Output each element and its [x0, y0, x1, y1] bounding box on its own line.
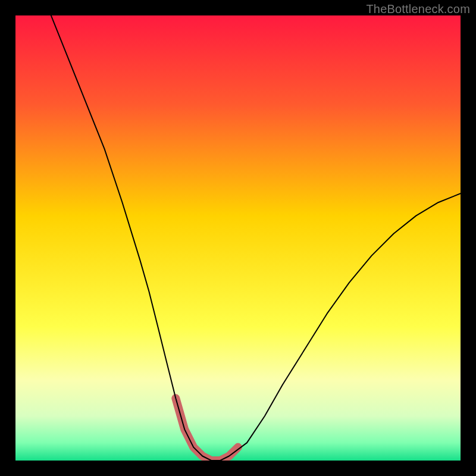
chart-canvas	[15, 15, 461, 461]
outer-frame: TheBottleneck.com	[0, 0, 476, 476]
watermark-text: TheBottleneck.com	[366, 2, 470, 16]
plot-area	[15, 15, 461, 461]
gradient-background	[15, 15, 461, 461]
